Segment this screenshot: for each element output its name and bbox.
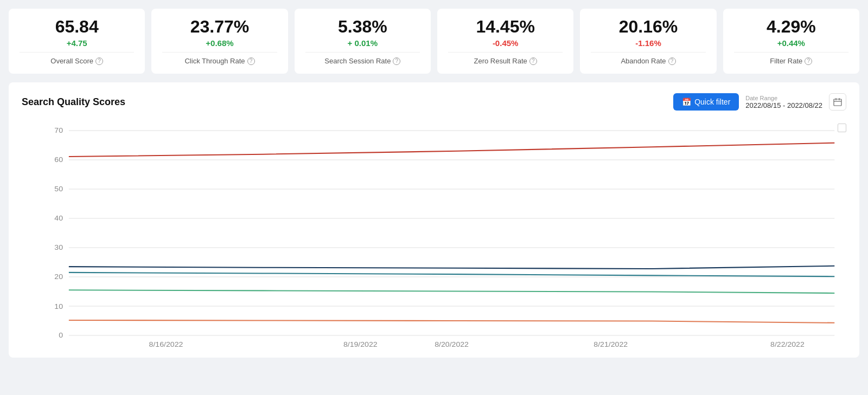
abandon-line	[69, 290, 834, 294]
metric-label-click-through-rate: Click Through Rate ?	[162, 52, 277, 65]
svg-text:40: 40	[54, 213, 63, 222]
svg-text:50: 50	[54, 185, 63, 193]
metric-value-zero-result-rate: 14.45%	[476, 17, 535, 36]
help-icon-abandon-rate[interactable]: ?	[668, 57, 676, 65]
metric-card-overall-score: 65.84 +4.75 Overall Score ?	[9, 9, 145, 74]
svg-text:8/21/2022: 8/21/2022	[593, 340, 628, 347]
metric-card-abandon-rate: 20.16% -1.16% Abandon Rate ?	[580, 9, 716, 74]
calendar-icon: 📅	[682, 98, 691, 106]
metric-value-search-session-rate: 5.38%	[338, 17, 387, 36]
svg-text:60: 60	[54, 155, 63, 164]
svg-text:10: 10	[54, 302, 63, 310]
quick-filter-label: Quick filter	[694, 98, 730, 106]
metric-value-click-through-rate: 23.77%	[190, 17, 250, 36]
overall-score-line	[69, 143, 834, 157]
click-through-line	[69, 266, 834, 269]
help-icon-search-session-rate[interactable]: ?	[393, 57, 400, 65]
svg-text:8/20/2022: 8/20/2022	[435, 340, 469, 347]
metric-change-overall-score: +4.75	[67, 38, 87, 48]
svg-rect-0	[834, 99, 841, 106]
svg-text:0: 0	[59, 331, 63, 340]
quick-filter-button[interactable]: 📅 Quick filter	[673, 93, 739, 111]
metric-card-search-session-rate: 5.38% + 0.01% Search Session Rate ?	[295, 9, 431, 74]
filter-line	[69, 320, 834, 323]
metric-value-overall-score: 65.84	[55, 17, 99, 36]
metric-label-filter-rate: Filter Rate ?	[734, 52, 848, 65]
chart-wrapper: 0 10 20 30 40 50 60 70 8/16/2022 8/19/20…	[22, 119, 846, 347]
help-icon-zero-result-rate[interactable]: ?	[529, 57, 537, 65]
metric-value-abandon-rate: 20.16%	[619, 17, 678, 36]
date-range-container: Date Range 2022/08/15 - 2022/08/22	[745, 95, 822, 109]
svg-text:30: 30	[54, 243, 63, 252]
svg-text:8/16/2022: 8/16/2022	[149, 340, 183, 347]
help-icon-overall-score[interactable]: ?	[95, 57, 103, 65]
calendar-icon	[833, 98, 842, 106]
metric-change-search-session-rate: + 0.01%	[348, 38, 378, 48]
zero-result-line	[69, 273, 834, 276]
date-range-label: Date Range	[745, 95, 822, 101]
calendar-picker-button[interactable]	[829, 93, 846, 111]
chart-svg: 0 10 20 30 40 50 60 70 8/16/2022 8/19/20…	[22, 119, 846, 347]
metric-label-search-session-rate: Search Session Rate ?	[305, 52, 420, 65]
metric-label-zero-result-rate: Zero Result Rate ?	[448, 52, 563, 65]
chart-header: Search Quality Scores 📅 Quick filter Dat…	[22, 93, 846, 111]
chart-title: Search Quality Scores	[22, 96, 125, 108]
svg-text:20: 20	[54, 272, 63, 281]
y-axis: 0 10 20 30 40 50 60 70	[54, 126, 834, 340]
help-icon-click-through-rate[interactable]: ?	[247, 57, 255, 65]
date-range-value: 2022/08/15 - 2022/08/22	[745, 101, 822, 109]
x-axis: 8/16/2022 8/19/2022 8/20/2022 8/21/2022 …	[149, 340, 805, 347]
metric-card-zero-result-rate: 14.45% -0.45% Zero Result Rate ?	[437, 9, 573, 74]
metric-label-abandon-rate: Abandon Rate ?	[591, 52, 705, 65]
metric-cards-container: 65.84 +4.75 Overall Score ? 23.77% +0.68…	[9, 9, 859, 74]
svg-text:70: 70	[54, 126, 63, 135]
metric-change-filter-rate: +0.44%	[777, 38, 805, 48]
chart-section: Search Quality Scores 📅 Quick filter Dat…	[9, 82, 859, 358]
metric-label-overall-score: Overall Score ?	[20, 52, 134, 65]
metric-value-filter-rate: 4.29%	[767, 17, 816, 36]
metric-change-click-through-rate: +0.68%	[206, 38, 233, 48]
metric-change-abandon-rate: -1.16%	[635, 38, 661, 48]
svg-text:8/22/2022: 8/22/2022	[770, 340, 805, 347]
svg-text:8/19/2022: 8/19/2022	[343, 340, 378, 347]
chart-controls: 📅 Quick filter Date Range 2022/08/15 - 2…	[673, 93, 846, 111]
chart-checkbox[interactable]	[838, 124, 846, 132]
metric-change-zero-result-rate: -0.45%	[493, 38, 519, 48]
metric-card-filter-rate: 4.29% +0.44% Filter Rate ?	[723, 9, 859, 74]
help-icon-filter-rate[interactable]: ?	[805, 57, 812, 65]
metric-card-click-through-rate: 23.77% +0.68% Click Through Rate ?	[151, 9, 288, 74]
